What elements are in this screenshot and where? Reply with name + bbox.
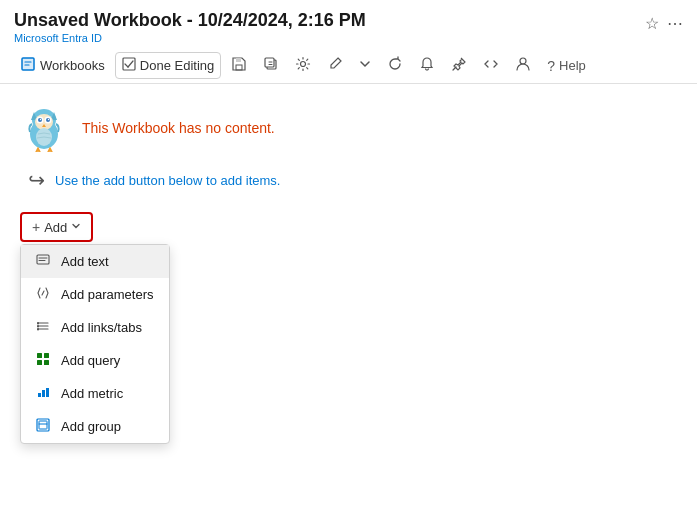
- svg-rect-36: [37, 353, 42, 358]
- empty-state: This Workbook has no content.: [20, 104, 677, 152]
- svg-point-24: [48, 119, 49, 120]
- title-section: Unsaved Workbook - 10/24/2024, 2:16 PM M…: [14, 10, 366, 44]
- hint-text: Use the add button below to add items.: [55, 173, 280, 188]
- add-query-item[interactable]: Add query: [21, 344, 169, 377]
- svg-point-22: [46, 118, 50, 122]
- add-metric-label: Add metric: [61, 386, 123, 401]
- main-content: This Workbook has no content. ↩ Use the …: [0, 84, 697, 262]
- help-button[interactable]: ? Help: [541, 54, 592, 78]
- empty-message: This Workbook has no content.: [82, 120, 275, 136]
- user-icon: [515, 56, 531, 75]
- settings-icon: [295, 56, 311, 75]
- svg-point-21: [38, 118, 42, 122]
- svg-point-11: [301, 62, 306, 67]
- done-editing-icon: [122, 57, 136, 74]
- settings-button[interactable]: [289, 52, 317, 79]
- subtitle: Microsoft Entra ID: [14, 32, 366, 44]
- save-button[interactable]: [225, 52, 253, 79]
- save-icon: [231, 56, 247, 75]
- pin-icon: [451, 56, 467, 75]
- hint-row: ↩ Use the add button below to add items.: [20, 168, 677, 192]
- arrow-icon: ↩: [28, 168, 45, 192]
- svg-line-4: [128, 61, 133, 67]
- svg-rect-5: [236, 65, 242, 70]
- title-actions: ☆ ⋯: [645, 10, 683, 33]
- add-group-icon: [35, 418, 51, 435]
- done-editing-button[interactable]: Done Editing: [115, 52, 221, 79]
- code-icon: [483, 56, 499, 75]
- svg-rect-41: [42, 390, 45, 397]
- toolbar: Workbooks Done Editing: [0, 48, 697, 84]
- add-button-wrapper: + Add Add text: [20, 212, 93, 242]
- bell-icon: [419, 56, 435, 75]
- add-query-icon: [35, 352, 51, 369]
- add-text-item[interactable]: Add text: [21, 245, 169, 278]
- add-links-label: Add links/tabs: [61, 320, 142, 335]
- add-parameters-item[interactable]: Add parameters: [21, 278, 169, 311]
- user-button[interactable]: [509, 52, 537, 79]
- page-title: Unsaved Workbook - 10/24/2024, 2:16 PM: [14, 10, 366, 31]
- svg-point-23: [40, 119, 41, 120]
- plus-icon: +: [32, 219, 40, 235]
- workbooks-label: Workbooks: [40, 58, 105, 73]
- pin-icon[interactable]: ☆: [645, 14, 659, 33]
- add-links-icon: [35, 319, 51, 336]
- alerts-button[interactable]: [413, 52, 441, 79]
- svg-rect-38: [37, 360, 42, 365]
- add-group-label: Add group: [61, 419, 121, 434]
- more-icon[interactable]: ⋯: [667, 14, 683, 33]
- svg-rect-27: [37, 255, 49, 264]
- svg-line-12: [453, 67, 456, 70]
- add-query-label: Add query: [61, 353, 120, 368]
- add-group-item[interactable]: Add group: [21, 410, 169, 443]
- add-label: Add: [44, 220, 67, 235]
- add-text-icon: [35, 253, 51, 270]
- edit-dropdown-button[interactable]: [353, 54, 377, 77]
- workbooks-button[interactable]: Workbooks: [14, 52, 111, 79]
- svg-rect-37: [44, 353, 49, 358]
- clone-button[interactable]: [257, 52, 285, 79]
- svg-rect-6: [236, 58, 241, 62]
- edit-icon: [327, 56, 343, 75]
- svg-rect-44: [39, 421, 47, 429]
- add-metric-icon: [35, 385, 51, 402]
- code-button[interactable]: [477, 52, 505, 79]
- workbooks-icon: [20, 56, 36, 75]
- add-parameters-icon: [35, 286, 51, 303]
- add-text-label: Add text: [61, 254, 109, 269]
- svg-point-13: [520, 58, 526, 64]
- add-chevron-icon: [71, 221, 81, 233]
- title-bar: Unsaved Workbook - 10/24/2024, 2:16 PM M…: [0, 0, 697, 48]
- chevron-down-icon: [359, 58, 371, 73]
- svg-rect-40: [38, 393, 41, 397]
- refresh-icon: [387, 56, 403, 75]
- add-metric-item[interactable]: Add metric: [21, 377, 169, 410]
- help-label: Help: [559, 58, 586, 73]
- add-parameters-label: Add parameters: [61, 287, 154, 302]
- done-editing-label: Done Editing: [140, 58, 214, 73]
- add-dropdown-menu: Add text Add parameters: [20, 244, 170, 444]
- add-links-item[interactable]: Add links/tabs: [21, 311, 169, 344]
- clone-icon: [263, 56, 279, 75]
- svg-rect-0: [22, 58, 34, 70]
- edit-button[interactable]: [321, 52, 349, 79]
- refresh-button[interactable]: [381, 52, 409, 79]
- owl-illustration: [20, 104, 68, 152]
- question-icon: ?: [547, 58, 555, 74]
- svg-rect-39: [44, 360, 49, 365]
- add-button[interactable]: + Add: [20, 212, 93, 242]
- svg-rect-42: [46, 388, 49, 397]
- svg-line-3: [125, 64, 128, 67]
- pin-button[interactable]: [445, 52, 473, 79]
